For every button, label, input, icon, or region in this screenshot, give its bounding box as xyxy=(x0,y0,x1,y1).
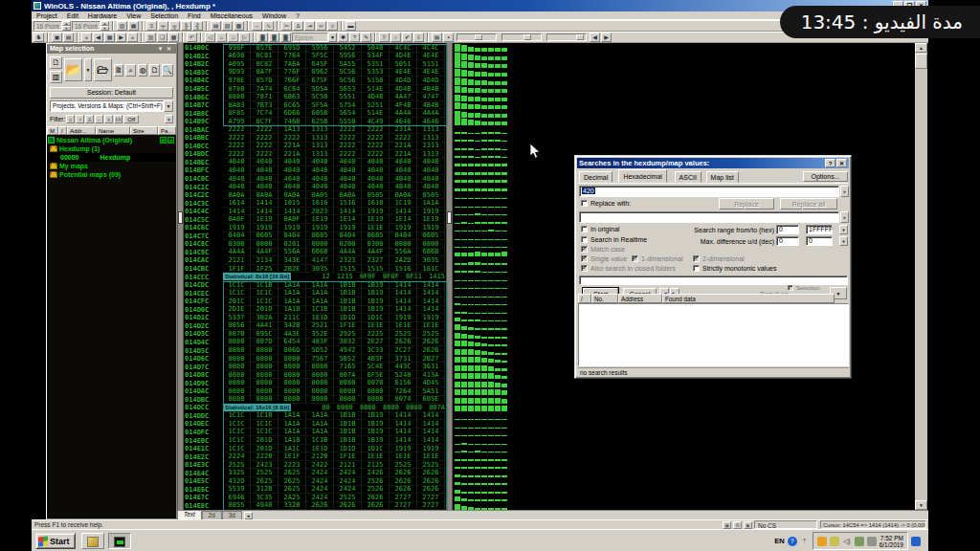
filter-button-1[interactable]: ≠ xyxy=(76,115,84,123)
tab-2d[interactable]: 2d xyxy=(202,511,222,519)
hex-row[interactable]: 014B4C978E857D766F675F5C5651504D4D4D4D xyxy=(185,77,520,85)
open-folder-icon[interactable]: 📂 xyxy=(64,58,82,81)
tray-clock[interactable]: 7:52 PM 6/1/2019 xyxy=(880,535,903,548)
left-position-strip[interactable] xyxy=(177,43,184,510)
cursor-back-icon[interactable]: ◁ xyxy=(205,33,215,42)
menu-edit[interactable]: Edit xyxy=(62,11,83,20)
checksum-icon[interactable]: ⌗ xyxy=(327,21,338,31)
hex-row[interactable]: 014D8C8080808080808080807A6F5E5248413A xyxy=(185,371,520,380)
doc-find-icon[interactable]: ⌕ xyxy=(125,64,136,77)
in-original-checkbox[interactable]: In original xyxy=(581,226,619,232)
max-diff-field-1[interactable]: 0 xyxy=(776,236,799,246)
start-button[interactable]: Start xyxy=(35,533,76,549)
spin-down-icon[interactable]: ▼ xyxy=(62,26,71,31)
hex-row[interactable]: 014D5C80808080806D5D5249423C332C272626 xyxy=(185,346,520,355)
search-input[interactable]: 420 xyxy=(579,186,839,197)
nav-back-blue-icon[interactable]: ◀ xyxy=(590,33,600,42)
hex-row[interactable]: 014E8C80554940332B26262626262627272727 xyxy=(185,502,520,511)
hex-row[interactable]: 014B5C87807A746C645D5A5653514E4D4B4B4B xyxy=(185,85,520,94)
copy-window-icon[interactable]: ❏ xyxy=(157,33,167,42)
hex-row[interactable]: 014D9C80808080808080808080807061564D45 xyxy=(185,379,520,387)
hex-row[interactable]: 014C4C14141414141428231414191914141919 xyxy=(185,208,520,216)
column-header-pa[interactable]: Pa... xyxy=(158,126,176,135)
window-list-icon[interactable]: ▤ xyxy=(432,33,442,42)
hex-row[interactable]: 014B2CA0958C827A6A645F5A55535150515151 xyxy=(185,60,520,69)
results-col-no[interactable]: No. xyxy=(591,294,618,303)
hex-row[interactable]: 014C1C40404040404040404040404040404040 xyxy=(185,183,520,191)
delta-icon[interactable]: Δ xyxy=(293,21,303,31)
hex-row[interactable]: 014B0C998F857E695D59565452504B4C4C4C4C xyxy=(185,44,520,53)
panel-close-icon[interactable]: ✕ xyxy=(165,44,173,54)
chevron-down-icon[interactable]: ▼ xyxy=(164,100,173,112)
window-blue-icon[interactable]: ▪ xyxy=(443,33,454,42)
one-dimensional-checkbox[interactable]: 1-dimensional xyxy=(632,255,683,262)
hex-row[interactable]: 014DAC80808080808080808080808072645A51 xyxy=(185,387,520,396)
project-props-icon[interactable]: ▣ xyxy=(52,33,62,42)
result-selection-checkbox[interactable]: Selection xyxy=(788,285,820,291)
taskbar-app-project[interactable] xyxy=(81,533,104,549)
hex-row[interactable]: 014BDC22222222221A131322222222221A1313 xyxy=(185,150,520,159)
slider1[interactable] xyxy=(457,33,497,41)
tree-item-00000[interactable]: 00000Hexdump xyxy=(47,153,176,162)
results-list[interactable] xyxy=(578,303,849,366)
hex-row[interactable]: 014E7C69463C352A2524242525262627272727 xyxy=(185,494,520,502)
panel-menu-icon[interactable]: ▼ xyxy=(156,44,165,54)
hex-row[interactable]: 014CFC201C1C1C1A1A1A1A1B1B1B1914141414 xyxy=(185,298,520,306)
column-header-m[interactable]: M xyxy=(47,126,58,135)
record-icon[interactable]: ◉ xyxy=(744,521,752,529)
project-list-icon[interactable]: ▤ xyxy=(63,33,74,42)
monotonic-checkbox[interactable]: Strictly monotonic values xyxy=(693,265,776,272)
folder-export-icon[interactable]: ⇧ xyxy=(379,33,390,42)
import-icon[interactable]: ⇩ xyxy=(413,33,424,42)
hex-row[interactable]: 014E2C222422201E1F21201F1E1E1E1E1E1E1E xyxy=(185,452,520,461)
taskbar-app-winols[interactable] xyxy=(108,533,131,549)
results-col-address[interactable]: Address xyxy=(618,294,662,303)
hex-row[interactable]: 014B8C8F857C746D66605B5654514E4A4A4A4A xyxy=(185,109,520,118)
help-map-icon[interactable]: ✱ xyxy=(338,33,348,42)
view-2d-icon[interactable]: ▤ xyxy=(211,21,221,31)
point-size-spinner-1[interactable]: 16 Point ▲▼ xyxy=(33,21,71,31)
update-icon[interactable]: ? xyxy=(788,537,797,546)
spin-down-icon[interactable]: ▼ xyxy=(100,26,109,31)
col-right-icon[interactable]: ╢ xyxy=(192,21,203,31)
vertical-scrollbar[interactable]: ▲ ▼ xyxy=(915,43,927,510)
open-dropdown-icon[interactable]: ▼ xyxy=(84,58,91,81)
volume-icon[interactable]: ◁) xyxy=(842,537,852,546)
window-dark2-icon[interactable]: ▓ xyxy=(269,33,279,42)
doc-export-icon[interactable]: 🗎 xyxy=(114,64,124,77)
nav-next-icon[interactable]: ▶ xyxy=(116,33,126,42)
hex-row[interactable]: 014D2C80564A41342B25211F1E1E1E1E1E1E1E xyxy=(185,322,520,331)
hex-row[interactable]: 014D1C5337302A211C1E1D1D1D1D1C19191919 xyxy=(185,314,520,322)
range-spinner-icon[interactable]: ▼ xyxy=(839,225,848,234)
filter-dropdown-icon[interactable]: ▼ xyxy=(165,115,173,123)
max-diff-field-2[interactable]: 0 xyxy=(806,236,833,246)
filter-button-0[interactable]: ≡ xyxy=(66,115,75,123)
hex-row[interactable]: 014C5C0A0F1E190A0F1E191E141E191E141E19 xyxy=(185,215,520,224)
nav-view-icon[interactable]: ▦ xyxy=(104,33,115,42)
hex-row[interactable]: 014C0C40404040404040404040404040404040 xyxy=(185,175,520,184)
folder-search-icon[interactable]: ⌕ xyxy=(390,33,401,42)
hex-row[interactable]: 014DEC1C1C1C1C1A1A1A1A1B1B1B1914141414 xyxy=(185,420,520,429)
hex-row[interactable]: 014E3C25252423222324222121212525252525 xyxy=(185,461,520,470)
hex-row[interactable]: 014C8C03000000020100000200030000000000 xyxy=(185,240,520,249)
menu-project[interactable]: Project xyxy=(32,11,62,20)
hex-row[interactable]: 014BBC22222222222213132222222222221313 xyxy=(185,134,520,143)
single-value-checkbox[interactable]: Single value xyxy=(581,255,627,262)
tree-item-nissan-altima-original-[interactable]: Nissan Altima (Original)#× xyxy=(47,136,176,144)
extra-input[interactable] xyxy=(579,276,848,285)
two-dimensional-checkbox[interactable]: 2-dimensional xyxy=(693,255,745,262)
column-header-[interactable]: / xyxy=(58,126,67,135)
hex-row[interactable]: 014C9C4A4A4A4F556A6B6B4A4A4A4F556A6B6B xyxy=(185,249,520,257)
compare-icon[interactable]: ↔ xyxy=(252,21,262,31)
hex-row[interactable]: 014C2C0A0A0A0A0A0A0A050A0A05050A0A0505 xyxy=(185,191,520,200)
save-map-icon[interactable]: ▥ xyxy=(50,71,62,83)
strip-thumb[interactable] xyxy=(178,211,183,224)
tab-text[interactable]: Text xyxy=(177,510,202,519)
scope-dropdown[interactable]: Projects, Versions & Maps: (Ctrl+Shift+F… xyxy=(50,100,173,112)
scroll-up-icon[interactable]: ▲ xyxy=(915,43,927,53)
hex-row[interactable]: 014E6C5539312B262524242424252626262626 xyxy=(185,486,520,495)
dialog-tab-hexadecimal[interactable]: Hexadecimal xyxy=(618,169,666,183)
notes-icon[interactable]: ♞ xyxy=(33,33,44,42)
grid-icon[interactable]: # xyxy=(160,137,167,143)
slider2[interactable] xyxy=(501,33,542,41)
